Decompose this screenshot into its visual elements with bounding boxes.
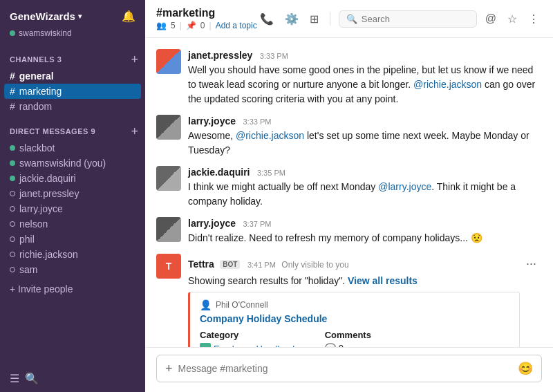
attach-button[interactable]: + <box>165 362 173 376</box>
dm-name-swamswiskind: swamswiskind (you) <box>19 158 106 169</box>
workspace-name[interactable]: GeneWizards ▾ <box>10 10 82 22</box>
pins-count: 0 <box>200 21 205 30</box>
search-input[interactable] <box>362 14 469 24</box>
call-icon[interactable]: 📞 <box>257 10 276 28</box>
header-separator <box>330 12 330 26</box>
channels-section-title: CHANNELS 3 <box>10 55 62 64</box>
sidebar: GeneWizards ▾ 🔔 swamswiskind CHANNELS 3 … <box>0 0 145 392</box>
message-row: janet.pressley 3:33 PM Well you should h… <box>156 49 542 106</box>
message-input[interactable] <box>178 363 512 374</box>
dm-item-phil[interactable]: phil <box>0 232 145 247</box>
channel-header: #marketing 👥 5 | 📌 0 | Add a topic 📞 ⚙️ … <box>145 0 553 38</box>
settings-icon[interactable]: ⚙️ <box>282 10 301 28</box>
message-more-button[interactable]: ··· <box>521 254 542 274</box>
add-dm-button[interactable]: + <box>131 125 138 138</box>
workspace-name-text: GeneWizards <box>10 10 75 22</box>
invite-people-label: + Invite people <box>10 283 73 295</box>
at-icon[interactable]: @ <box>482 10 499 28</box>
emoji-button[interactable]: 😊 <box>518 361 533 376</box>
dm-name-sam: sam <box>19 264 37 275</box>
message-sender: jackie.daquiri <box>188 167 250 178</box>
bot-message-text: Showing search results for "holiday". Vi… <box>188 275 542 286</box>
channel-hash-icon: # <box>10 71 15 82</box>
channel-item-general[interactable]: # general <box>0 68 145 84</box>
dm-item-swamswiskind[interactable]: swamswiskind (you) <box>0 156 145 171</box>
avatar-janet <box>156 49 181 74</box>
message-text: Well you should have some good ones in t… <box>188 63 542 106</box>
message-time: 3:33 PM <box>243 118 271 126</box>
message-body: larry.joyce 3:33 PM Awesome, @richie.jac… <box>188 115 542 158</box>
status-dot-icon <box>10 30 15 36</box>
mention[interactable]: @richie.jackson <box>236 130 304 141</box>
dm-section: DIRECT MESSAGES 9 + slackbot swamswiskin… <box>0 117 145 280</box>
result-title[interactable]: Company Holiday Schedule <box>200 313 509 324</box>
search-icon: 🔍 <box>346 14 357 24</box>
star-icon[interactable]: ☆ <box>505 10 520 28</box>
channel-item-random[interactable]: # random <box>0 99 145 114</box>
message-body: jackie.daquiri 3:35 PM I think we might … <box>188 166 542 209</box>
dm-item-nelson[interactable]: nelson <box>0 216 145 232</box>
workspace-chevron-icon: ▾ <box>78 12 82 20</box>
mention[interactable]: @richie.jackson <box>413 79 482 90</box>
dm-name-richie: richie.jackson <box>19 249 78 260</box>
dm-item-jackie[interactable]: jackie.daquiri <box>0 171 145 186</box>
view-results-link[interactable]: View all results <box>348 275 418 286</box>
dm-item-janet[interactable]: janet.pressley <box>0 186 145 201</box>
channel-item-marketing[interactable]: # marketing <box>4 84 141 99</box>
bot-time: 3:41 PM <box>247 261 276 269</box>
bot-badge: BOT <box>220 260 240 269</box>
online-dot-icon <box>10 160 15 166</box>
messages-area: janet.pressley 3:33 PM Well you should h… <box>145 38 553 347</box>
members-count: 5 <box>171 21 176 30</box>
message-sender: larry.joyce <box>188 115 236 127</box>
offline-dot-icon <box>10 236 15 242</box>
result-category-col: Category Employee Handbook <box>200 330 297 347</box>
message-input-area: + 😊 <box>145 347 553 392</box>
message-time: 3:35 PM <box>257 169 285 177</box>
message-text: Didn't realize. Need to refresh my memor… <box>188 231 542 245</box>
meta-sep: | <box>180 21 182 30</box>
offline-dot-icon <box>10 267 15 272</box>
notifications-bell[interactable]: 🔔 <box>122 10 135 23</box>
dm-item-slackbot[interactable]: slackbot <box>0 140 145 156</box>
channel-meta: 👥 5 | 📌 0 | Add a topic <box>156 21 257 30</box>
search-box[interactable]: 🔍 <box>339 10 477 28</box>
offline-dot-icon <box>10 221 15 227</box>
dm-item-larry[interactable]: larry.joyce <box>0 201 145 216</box>
dm-item-richie[interactable]: richie.jackson <box>0 247 145 262</box>
result-comments-col: Comments 💬 0 <box>325 330 371 347</box>
comments-label: Comments <box>325 330 371 340</box>
message-sender: janet.pressley <box>188 50 252 61</box>
menu-icon[interactable]: ☰ <box>10 372 19 385</box>
message-time: 3:33 PM <box>260 52 288 60</box>
dm-name-larry: larry.joyce <box>19 203 63 214</box>
dm-name-jackie: jackie.daquiri <box>19 173 76 184</box>
category-label: Category <box>200 330 297 340</box>
layout-icon[interactable]: ⊞ <box>307 10 321 28</box>
add-topic-link[interactable]: Add a topic <box>216 21 257 30</box>
username-label: swamswiskind <box>19 28 72 38</box>
dm-item-sam[interactable]: sam <box>0 262 145 277</box>
search-footer-icon[interactable]: 🔍 <box>25 372 39 385</box>
mention[interactable]: @larry.joyce <box>378 181 431 192</box>
channel-name-random: random <box>19 101 52 112</box>
more-options-icon[interactable]: ⋮ <box>525 10 542 28</box>
result-meta: Category Employee Handbook Comments 💬 0 <box>200 330 509 347</box>
add-channel-button[interactable]: + <box>131 53 138 66</box>
dm-name-phil: phil <box>19 234 35 245</box>
channel-title: #marketing <box>156 7 257 19</box>
avatar-larry2 <box>156 217 181 242</box>
author-icon: 👤 <box>200 299 212 310</box>
message-body: janet.pressley 3:33 PM Well you should h… <box>188 49 542 106</box>
channel-hash-icon: # <box>10 101 15 112</box>
dm-section-title: DIRECT MESSAGES 9 <box>10 127 95 136</box>
avatar-jackie <box>156 166 181 191</box>
result-author-name: Phil O'Connell <box>216 300 268 310</box>
avatar-tettra: T <box>156 254 181 279</box>
channel-name-general: general <box>19 71 54 82</box>
invite-people-button[interactable]: + Invite people <box>0 281 145 297</box>
offline-dot-icon <box>10 252 15 257</box>
avatar-larry <box>156 115 181 140</box>
sidebar-header: GeneWizards ▾ 🔔 <box>0 0 145 28</box>
message-row: larry.joyce 3:37 PM Didn't realize. Need… <box>156 217 542 245</box>
